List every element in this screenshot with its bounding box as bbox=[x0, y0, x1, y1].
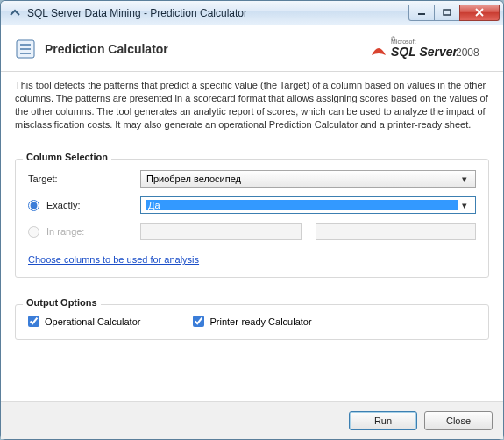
operational-calculator-checkbox[interactable] bbox=[28, 316, 39, 327]
column-selection-group: Column Selection Target: Приобрел велоси… bbox=[15, 159, 489, 278]
operational-calculator-checkbox-row[interactable]: Operational Calculator bbox=[28, 316, 140, 327]
sql-server-brand-logo: Microsoft SQL Server 2008 ® bbox=[366, 34, 489, 64]
titlebar[interactable]: SQL Server Data Mining - Prediction Calc… bbox=[1, 1, 503, 25]
page-title: Prediction Calculator bbox=[45, 42, 366, 56]
chevron-down-icon: ▾ bbox=[458, 200, 472, 211]
printer-ready-checkbox[interactable] bbox=[193, 316, 204, 327]
svg-text:®: ® bbox=[391, 36, 396, 42]
dialog-window: SQL Server Data Mining - Prediction Calc… bbox=[0, 0, 504, 440]
in-range-radio bbox=[28, 226, 39, 238]
operational-calculator-label: Operational Calculator bbox=[45, 316, 140, 327]
printer-ready-label: Printer-ready Calculator bbox=[209, 316, 311, 327]
window-buttons bbox=[409, 5, 500, 21]
dialog-footer: Run Close bbox=[1, 401, 503, 439]
exactly-radio[interactable] bbox=[28, 200, 39, 211]
output-options-legend: Output Options bbox=[23, 297, 101, 308]
in-range-to-input bbox=[316, 223, 477, 240]
exactly-combobox[interactable]: Да ▾ bbox=[140, 196, 476, 214]
exactly-label: Exactly: bbox=[46, 200, 81, 210]
svg-rect-1 bbox=[444, 10, 451, 15]
in-range-radio-row: In range: bbox=[28, 226, 140, 238]
printer-ready-checkbox-row[interactable]: Printer-ready Calculator bbox=[193, 316, 311, 327]
target-label: Target: bbox=[28, 174, 140, 184]
window-title: SQL Server Data Mining - Prediction Calc… bbox=[27, 7, 409, 19]
brand-year: 2008 bbox=[456, 46, 479, 59]
brand-main: SQL Server bbox=[391, 45, 459, 59]
choose-columns-link[interactable]: Choose columns to be used for analysis bbox=[28, 249, 199, 265]
in-range-from-input bbox=[140, 223, 302, 240]
app-icon bbox=[8, 6, 22, 20]
exactly-radio-row[interactable]: Exactly: bbox=[28, 200, 140, 211]
calculator-list-icon bbox=[15, 39, 36, 60]
maximize-button[interactable] bbox=[434, 5, 460, 21]
dialog-body: Column Selection Target: Приобрел велоси… bbox=[1, 134, 503, 401]
column-selection-legend: Column Selection bbox=[23, 152, 111, 162]
target-combobox[interactable]: Приобрел велосипед ▾ bbox=[140, 170, 476, 188]
output-options-group: Output Options Operational Calculator Pr… bbox=[15, 304, 489, 340]
target-value: Приобрел велосипед bbox=[146, 174, 458, 184]
in-range-label: In range: bbox=[46, 226, 84, 237]
run-button[interactable]: Run bbox=[349, 411, 417, 430]
exactly-value: Да bbox=[146, 200, 458, 210]
close-button[interactable] bbox=[459, 5, 500, 21]
description-text: This tool detects the patterns that pred… bbox=[1, 72, 503, 134]
minimize-button[interactable] bbox=[408, 5, 435, 21]
close-dialog-button[interactable]: Close bbox=[424, 411, 493, 430]
chevron-down-icon: ▾ bbox=[458, 174, 472, 185]
dialog-header: Prediction Calculator Microsoft SQL Serv… bbox=[1, 25, 503, 72]
